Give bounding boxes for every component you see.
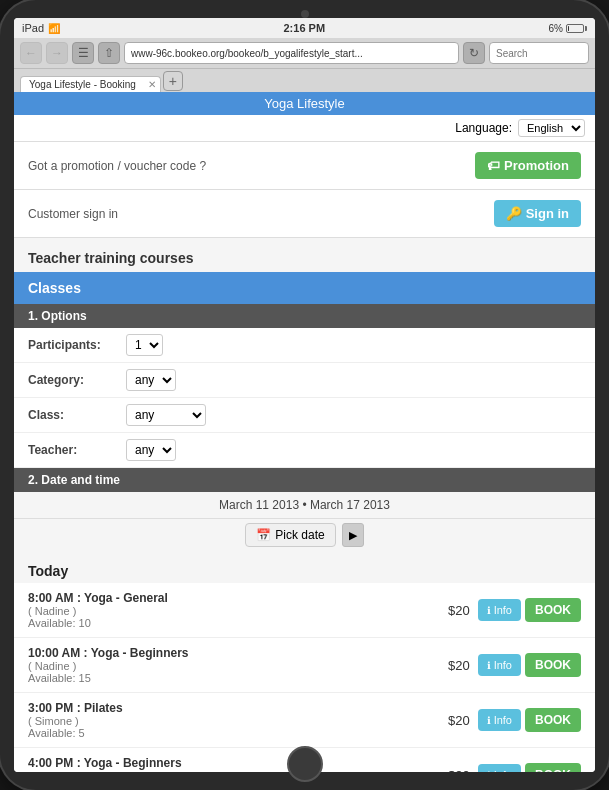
tab-bar: Yoga Lifestyle - Booking ✕ + xyxy=(14,69,595,92)
clock: 2:16 PM xyxy=(284,22,326,34)
date-nav: March 11 2013 • March 17 2013 xyxy=(14,492,595,519)
class-select[interactable]: any xyxy=(126,404,206,426)
info-label: Info xyxy=(494,659,512,671)
signin-label: Customer sign in xyxy=(28,207,118,221)
class-available: Available: 10 xyxy=(28,617,440,629)
promo-section: Got a promotion / voucher code ? 🏷 Promo… xyxy=(14,142,595,190)
class-info: 3:00 PM : Pilates ( Simone ) Available: … xyxy=(28,701,440,739)
class-label: Class: xyxy=(28,408,118,422)
promo-question: Got a promotion / voucher code ? xyxy=(28,159,206,173)
back-button[interactable]: ← xyxy=(20,42,42,64)
info-button[interactable]: ℹ Info xyxy=(478,709,521,731)
teacher-label: Teacher: xyxy=(28,443,118,457)
language-bar: Language: English xyxy=(14,115,595,142)
tab-title: Yoga Lifestyle - Booking xyxy=(29,79,136,90)
book-button[interactable]: BOOK xyxy=(525,708,581,732)
class-time: 10:00 AM : Yoga - Beginners xyxy=(28,646,440,660)
teacher-row: Teacher: any xyxy=(14,433,595,468)
promo-button[interactable]: 🏷 Promotion xyxy=(475,152,581,179)
info-icon: ℹ xyxy=(487,715,491,726)
tab-close-button[interactable]: ✕ xyxy=(148,79,156,90)
class-teacher: ( Nadine ) xyxy=(28,605,440,617)
battery-area: 6% xyxy=(549,23,587,34)
class-time: 3:00 PM : Pilates xyxy=(28,701,440,715)
class-info: 8:00 AM : Yoga - General ( Nadine ) Avai… xyxy=(28,591,440,629)
search-input[interactable] xyxy=(489,42,589,64)
category-label: Category: xyxy=(28,373,118,387)
ipad-screen: iPad 📶 2:16 PM 6% ← → ☰ ⇧ ↻ xyxy=(14,18,595,772)
wifi-icon: 📶 xyxy=(48,23,60,34)
camera xyxy=(301,10,309,18)
info-label: Info xyxy=(494,714,512,726)
language-select[interactable]: English xyxy=(518,119,585,137)
browser-toolbar: ← → ☰ ⇧ ↻ xyxy=(14,38,595,69)
page-content: Yoga Lifestyle Language: English Got a p… xyxy=(14,92,595,772)
share-button[interactable]: ⇧ xyxy=(98,42,120,64)
info-label: Info xyxy=(494,769,512,772)
active-tab[interactable]: Yoga Lifestyle - Booking ✕ xyxy=(20,76,161,92)
pick-date-button[interactable]: 📅 Pick date xyxy=(245,523,335,547)
class-price: $20 xyxy=(440,658,470,673)
info-icon: ℹ xyxy=(487,770,491,773)
class-info: 10:00 AM : Yoga - Beginners ( Nadine ) A… xyxy=(28,646,440,684)
battery-percent: 6% xyxy=(549,23,563,34)
status-bar: iPad 📶 2:16 PM 6% xyxy=(14,18,595,38)
book-button[interactable]: BOOK xyxy=(525,763,581,772)
site-title: Yoga Lifestyle xyxy=(14,92,595,115)
class-row: Class: any xyxy=(14,398,595,433)
info-label: Info xyxy=(494,604,512,616)
participants-row: Participants: 1 xyxy=(14,328,595,363)
pick-date-label: Pick date xyxy=(275,528,324,542)
table-row: 10:00 AM : Yoga - Beginners ( Nadine ) A… xyxy=(14,638,595,693)
class-info: 4:00 PM : Yoga - Beginners ( Kath ) Avai… xyxy=(28,756,440,772)
ipad-label: iPad xyxy=(22,22,44,34)
date-section-bar: 2. Date and time xyxy=(14,468,595,492)
battery-icon xyxy=(566,24,587,33)
participants-label: Participants: xyxy=(28,338,118,352)
participants-select[interactable]: 1 xyxy=(126,334,163,356)
info-button[interactable]: ℹ Info xyxy=(478,599,521,621)
category-select[interactable]: any xyxy=(126,369,176,391)
book-button[interactable]: BOOK xyxy=(525,598,581,622)
new-tab-button[interactable]: + xyxy=(163,71,183,91)
category-row: Category: any xyxy=(14,363,595,398)
today-header: Today xyxy=(14,555,595,583)
class-teacher: ( Kath ) xyxy=(28,770,440,772)
info-button[interactable]: ℹ Info xyxy=(478,654,521,676)
info-button[interactable]: ℹ Info xyxy=(478,764,521,772)
date-picker-row: 📅 Pick date ▶ xyxy=(14,519,595,555)
options-bar: 1. Options xyxy=(14,304,595,328)
promo-icon: 🏷 xyxy=(487,158,500,173)
teacher-select[interactable]: any xyxy=(126,439,176,461)
class-price: $20 xyxy=(440,603,470,618)
section-title: Teacher training courses xyxy=(14,238,595,272)
class-available: Available: 5 xyxy=(28,727,440,739)
class-price: $20 xyxy=(440,768,470,773)
class-teacher: ( Nadine ) xyxy=(28,660,440,672)
status-left: iPad 📶 xyxy=(22,22,60,34)
classes-header: Classes xyxy=(14,272,595,304)
signin-button[interactable]: 🔑 Sign in xyxy=(494,200,581,227)
date-next-button[interactable]: ▶ xyxy=(342,523,364,547)
class-price: $20 xyxy=(440,713,470,728)
forward-button[interactable]: → xyxy=(46,42,68,64)
language-label: Language: xyxy=(455,121,512,135)
promo-btn-label: Promotion xyxy=(504,158,569,173)
class-teacher: ( Simone ) xyxy=(28,715,440,727)
refresh-button[interactable]: ↻ xyxy=(463,42,485,64)
class-time: 8:00 AM : Yoga - General xyxy=(28,591,440,605)
ipad-frame: iPad 📶 2:16 PM 6% ← → ☰ ⇧ ↻ xyxy=(0,0,609,790)
class-time: 4:00 PM : Yoga - Beginners xyxy=(28,756,440,770)
url-bar[interactable] xyxy=(124,42,459,64)
home-button[interactable] xyxy=(287,746,323,782)
book-button[interactable]: BOOK xyxy=(525,653,581,677)
info-icon: ℹ xyxy=(487,605,491,616)
bookmarks-button[interactable]: ☰ xyxy=(72,42,94,64)
signin-section: Customer sign in 🔑 Sign in xyxy=(14,190,595,238)
calendar-icon: 📅 xyxy=(256,528,271,542)
class-available: Available: 15 xyxy=(28,672,440,684)
info-icon: ℹ xyxy=(487,660,491,671)
class-list: 8:00 AM : Yoga - General ( Nadine ) Avai… xyxy=(14,583,595,772)
date-range-text: March 11 2013 • March 17 2013 xyxy=(219,498,390,512)
signin-btn-label: Sign in xyxy=(526,206,569,221)
